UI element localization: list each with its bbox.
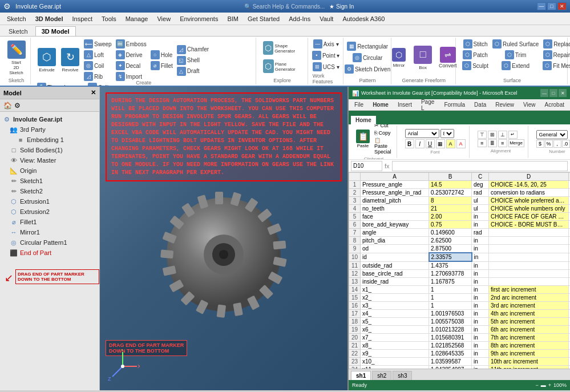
excel-menu-view[interactable]: View [520, 101, 539, 108]
circ-pattern-btn[interactable]: ◎Circular [351, 52, 384, 63]
cell-c[interactable]: ul [472, 197, 489, 205]
cell-c[interactable]: in [472, 294, 489, 302]
cell-d[interactable] [489, 261, 569, 270]
menu-3dmodel[interactable]: 3D Model [31, 14, 68, 23]
stitch-btn[interactable]: ⬡Stitch [462, 39, 490, 49]
cell-c[interactable]: in [472, 286, 489, 294]
cell-b[interactable]: 1 [429, 294, 472, 302]
excel-menu-pagelayout[interactable]: Page L [418, 98, 438, 112]
underline-btn[interactable]: U [426, 139, 435, 148]
sketch-driven-btn[interactable]: ⚙Sketch Driven [343, 64, 392, 74]
sheet-tab-sh1[interactable]: sh1 [351, 371, 371, 380]
cell-d[interactable] [489, 278, 569, 286]
cell-d[interactable]: 4th arc increment [489, 310, 569, 318]
cut-btn[interactable]: ✂ Cut [373, 124, 393, 129]
tree-item-solidbodies[interactable]: □ Solid Bodies(1) [0, 145, 99, 155]
tree-item-sketch1[interactable]: ✏ Sketch1 [0, 176, 99, 186]
tree-item-fillet1[interactable]: ⌀ Fillet1 [0, 217, 99, 227]
shell-btn[interactable]: ◱Shell [175, 55, 211, 66]
cell-c[interactable]: in [472, 261, 489, 270]
cell-d[interactable]: 11th arc increment [489, 366, 569, 369]
cell-b[interactable]: 0.253072742 [429, 189, 472, 197]
cell-b[interactable]: 14.5 [429, 181, 472, 189]
cell-a[interactable]: x2_ [361, 294, 429, 302]
cell-a[interactable]: x8_ [361, 342, 429, 350]
tree-item-extrusion2[interactable]: ⬡ Extrusion2 [0, 207, 99, 217]
panel-close-icon[interactable]: ✕ [91, 89, 96, 96]
cell-b[interactable]: 1.4375 [429, 261, 472, 270]
cell-d[interactable]: CHOICE whole numbers only [489, 205, 569, 213]
sheet-tab-sh2[interactable]: sh2 [372, 371, 391, 380]
cell-b[interactable]: 1 [429, 302, 472, 310]
cell-a[interactable]: pitch_dia [361, 237, 429, 245]
menu-sketch[interactable]: Sketch [2, 14, 31, 23]
cell-b[interactable]: 1.028645335 [429, 350, 472, 358]
cell-c[interactable]: in [472, 310, 489, 318]
cell-d[interactable] [489, 253, 569, 261]
cell-d[interactable]: conversion to radians [489, 189, 569, 197]
menu-tools[interactable]: Tools [97, 14, 121, 23]
fill-color-btn[interactable]: A [446, 139, 455, 148]
cell-b[interactable]: 1.043854907 [429, 366, 472, 369]
align-right-btn[interactable]: ≡ [498, 139, 507, 147]
cell-b[interactable]: 2.00 [429, 213, 472, 221]
bold-btn[interactable]: B [405, 139, 414, 148]
panel-settings-icon[interactable]: ⚙ [14, 102, 21, 110]
split-btn[interactable]: ✂Split [86, 82, 131, 87]
cell-a[interactable]: id [361, 253, 429, 261]
mirror-btn[interactable]: ⬡ Mirror [389, 47, 409, 69]
paste-btn[interactable]: 📋 Paste [354, 129, 371, 149]
cell-c[interactable]: in [472, 278, 489, 286]
cell-a[interactable]: x10_ [361, 358, 429, 366]
excel-tab-home[interactable]: Home [351, 116, 376, 124]
cell-b[interactable]: 0.75 [429, 221, 472, 229]
cell-b[interactable]: 0.149600 [429, 229, 472, 237]
cell-d[interactable]: 8th arc increment [489, 342, 569, 350]
sculpt-btn[interactable]: ⬡Sculpt [460, 60, 490, 71]
cell-d[interactable] [489, 229, 569, 237]
cell-b[interactable]: 1.167875 [429, 278, 472, 286]
menu-vault[interactable]: Vault [315, 14, 338, 23]
paste-special-btn[interactable]: 📋 Paste Special [373, 137, 393, 155]
cell-c[interactable]: in [472, 350, 489, 358]
cell-b[interactable]: 21 [429, 205, 472, 213]
font-family-select[interactable]: Arial [405, 129, 439, 138]
cell-ref-input[interactable] [351, 161, 382, 171]
cell-a[interactable]: x4_ [361, 310, 429, 318]
extend-btn[interactable]: ⬡Extend [500, 60, 531, 71]
cell-a[interactable]: x5_ [361, 318, 429, 326]
cell-d[interactable]: 3rd arc increment [489, 302, 569, 310]
tree-item-sketch2[interactable]: ✏ Sketch2 [0, 186, 99, 196]
col-header-d[interactable]: D [489, 173, 569, 181]
cell-c[interactable]: rad [472, 189, 489, 197]
excel-minimize-btn[interactable]: — [540, 89, 548, 97]
increase-decimal-btn[interactable]: .0 [562, 140, 570, 148]
cell-c[interactable]: in [472, 270, 489, 278]
cell-c[interactable]: in [472, 221, 489, 229]
cell-b[interactable]: 1 [429, 286, 472, 294]
tree-item-embedding[interactable]: ■ Embedding 1 [0, 135, 99, 145]
cell-d[interactable]: CHOICE -14.5, 20, 25 [489, 181, 569, 189]
hole-btn[interactable]: ○Hole [149, 50, 175, 60]
tab-3dmodel[interactable]: 3D Model [35, 26, 76, 36]
font-color-btn[interactable]: A [456, 139, 466, 148]
cell-a[interactable]: Pressure_angle_in_rad [361, 189, 429, 197]
cell-b[interactable]: 1.015680391 [429, 334, 472, 342]
revolve-btn[interactable]: ↻ Revolve [59, 47, 82, 74]
cell-b[interactable]: 2.87500 [429, 245, 472, 253]
cell-c[interactable]: in [472, 213, 489, 221]
cell-d[interactable]: 5th arc increment [489, 318, 569, 326]
fillet-btn[interactable]: ⌀Fillet [149, 60, 175, 71]
excel-menu-insert[interactable]: Insert [394, 101, 415, 108]
extrude-btn[interactable]: ⬡ Extrude [35, 47, 58, 74]
cell-c[interactable]: in [472, 318, 489, 326]
cell-c[interactable]: rad [472, 229, 489, 237]
excel-menu-formulas[interactable]: Formula [440, 101, 468, 108]
zoom-in-btn[interactable]: + [548, 382, 551, 388]
align-bot-btn[interactable]: ⊥ [498, 131, 507, 139]
cell-a[interactable]: x3_ [361, 302, 429, 310]
cell-a[interactable]: face [361, 213, 429, 221]
cell-c[interactable]: in [472, 366, 489, 369]
menu-autodesk360[interactable]: Autodesk A360 [338, 14, 389, 23]
menu-inspect[interactable]: Inspect [68, 14, 97, 23]
